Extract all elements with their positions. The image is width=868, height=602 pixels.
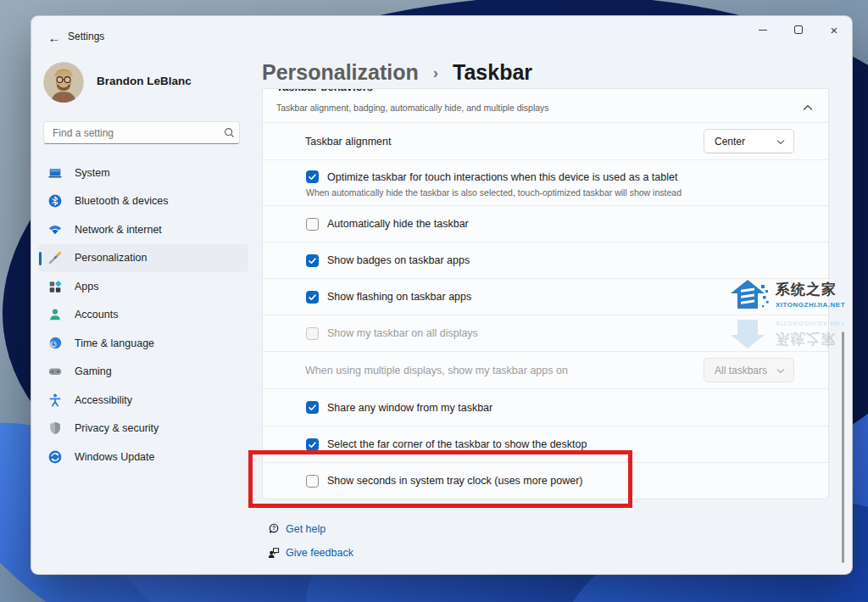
- sidebar-item-label: Gaming: [75, 365, 112, 377]
- setting-label: Show my taskbar on all displays: [327, 327, 478, 339]
- setting-row-touch-optimize[interactable]: Optimize taskbar for touch interactions …: [263, 159, 828, 205]
- sidebar-item-label: Privacy & security: [75, 422, 159, 434]
- sidebar-item-label: Apps: [75, 281, 99, 293]
- app-title: Settings: [68, 31, 104, 42]
- sidebar-item-bluetooth[interactable]: Bluetooth & devices: [38, 187, 248, 216]
- get-help-link[interactable]: ? Get help: [266, 522, 326, 535]
- sidebar-item-accessibility[interactable]: Accessibility: [38, 386, 248, 415]
- show-flashing-checkbox[interactable]: [306, 291, 319, 304]
- back-button[interactable]: ←: [42, 26, 67, 48]
- setting-label: Automatically hide the taskbar: [327, 218, 469, 230]
- setting-row-show-badges[interactable]: Show badges on taskbar apps: [263, 242, 828, 278]
- sidebar-item-apps[interactable]: Apps: [38, 272, 248, 301]
- far-corner-checkbox[interactable]: [306, 438, 319, 451]
- multiple-displays-dropdown: All taskbars: [704, 358, 794, 382]
- sidebar-item-system[interactable]: System: [38, 159, 248, 187]
- sidebar-item-label: Windows Update: [75, 451, 155, 463]
- sidebar-item-label: Bluetooth & devices: [75, 195, 169, 207]
- taskbar-alignment-dropdown[interactable]: Center: [704, 129, 794, 153]
- watermark-subtitle: XITONGZHIJIA.NET: [776, 301, 845, 309]
- setting-label: Taskbar alignment: [263, 136, 391, 148]
- dropdown-value: Center: [715, 136, 776, 148]
- share-window-checkbox[interactable]: [306, 401, 319, 414]
- watermark: 系统之家 XITONGZHIJIA.NET 系统之家 XITONGZHIJIA.…: [727, 275, 863, 354]
- help-icon: ?: [266, 522, 281, 535]
- sidebar-item-label: Accounts: [75, 309, 118, 321]
- wifi-icon: [47, 221, 63, 237]
- sidebar-item-label: Network & internet: [75, 224, 162, 236]
- apps-icon: [47, 278, 63, 294]
- accessibility-icon: [47, 392, 63, 408]
- sidebar-item-label: Personalization: [75, 252, 147, 264]
- setting-description: When automatically hide the taskbar is a…: [306, 187, 682, 198]
- chevron-down-icon: [776, 136, 785, 148]
- page-title: Taskbar: [453, 60, 532, 84]
- watermark-logo-icon: [727, 275, 771, 314]
- give-feedback-link[interactable]: Give feedback: [266, 546, 353, 559]
- sidebar-item-privacy[interactable]: Privacy & security: [38, 415, 248, 443]
- sidebar-item-time-language[interactable]: Time & language: [38, 329, 248, 358]
- setting-label: Select the far corner of the taskbar to …: [327, 438, 587, 450]
- highlight-rectangle: [248, 450, 632, 508]
- expander-header[interactable]: Taskbar behaviors Taskbar alignment, bad…: [263, 89, 828, 122]
- setting-row-share-window[interactable]: Share any window from my taskbar: [263, 388, 828, 426]
- watermark-reflection: 系统之家 XITONGZHIJIA.NET: [727, 315, 863, 354]
- dropdown-value: All taskbars: [715, 365, 776, 376]
- sidebar-item-network[interactable]: Network & internet: [38, 215, 248, 244]
- gamepad-icon: [47, 364, 63, 380]
- maximize-icon: [794, 25, 803, 34]
- laptop-icon: [47, 164, 63, 181]
- sidebar-item-personalization[interactable]: Personalization: [38, 244, 248, 273]
- update-icon: [47, 449, 63, 465]
- breadcrumb: Personalization › Taskbar: [262, 60, 532, 85]
- chevron-up-icon: [803, 99, 813, 114]
- chevron-down-icon: [776, 365, 785, 376]
- expander-title: Taskbar behaviors: [276, 88, 373, 93]
- paintbrush-icon: [47, 250, 63, 266]
- back-arrow-icon: ←: [48, 31, 61, 45]
- sidebar-item-label: Time & language: [75, 337, 154, 349]
- avatar[interactable]: [43, 62, 84, 103]
- search-box: [43, 121, 240, 144]
- get-help-label: Get help: [286, 523, 326, 535]
- sidebar-item-accounts[interactable]: Accounts: [38, 301, 248, 330]
- sidebar-item-gaming[interactable]: Gaming: [38, 358, 248, 387]
- setting-row-auto-hide[interactable]: Automatically hide the taskbar: [263, 205, 828, 242]
- person-icon: [47, 307, 63, 323]
- avatar-image: [43, 62, 84, 103]
- sidebar-item-label: Accessibility: [75, 394, 132, 406]
- auto-hide-checkbox[interactable]: [306, 218, 319, 231]
- setting-label: Optimize taskbar for touch interactions …: [327, 171, 677, 183]
- setting-row-multiple-displays: When using multiple displays, show my ta…: [263, 351, 828, 388]
- shield-icon: [47, 421, 63, 437]
- setting-label: Show flashing on taskbar apps: [327, 291, 471, 303]
- sidebar-nav: System Bluetooth & devices Network & int…: [38, 159, 248, 471]
- show-badges-checkbox[interactable]: [306, 254, 319, 267]
- give-feedback-label: Give feedback: [286, 547, 353, 559]
- breadcrumb-parent[interactable]: Personalization: [262, 60, 419, 84]
- svg-text:?: ?: [272, 525, 275, 531]
- search-input[interactable]: [44, 127, 219, 139]
- touch-optimize-checkbox[interactable]: [306, 170, 319, 183]
- setting-label: Share any window from my taskbar: [327, 402, 492, 414]
- setting-label: When using multiple displays, show my ta…: [263, 365, 568, 376]
- breadcrumb-separator-icon: ›: [425, 64, 447, 81]
- watermark-title: 系统之家: [776, 280, 845, 299]
- search-icon[interactable]: [219, 127, 239, 138]
- sidebar-item-windows-update[interactable]: Windows Update: [38, 443, 248, 471]
- close-icon: ×: [831, 23, 838, 37]
- close-button[interactable]: ×: [816, 16, 852, 43]
- desktop: ← Settings × Brandon LeBlanc: [0, 0, 868, 602]
- sidebar-item-label: System: [75, 167, 110, 179]
- feedback-icon: [266, 546, 281, 559]
- minimize-icon: [759, 30, 767, 31]
- vertical-scrollbar[interactable]: [842, 332, 844, 563]
- bluetooth-icon: [47, 193, 63, 209]
- setting-label: Show badges on taskbar apps: [327, 254, 470, 266]
- minimize-button[interactable]: [745, 16, 781, 43]
- clock-globe-icon: [47, 335, 63, 351]
- expander-subtitle: Taskbar alignment, badging, automaticall…: [276, 103, 549, 113]
- setting-row-taskbar-alignment: Taskbar alignment Center: [263, 122, 828, 159]
- maximize-button[interactable]: [781, 16, 816, 43]
- all-displays-checkbox: [306, 327, 319, 340]
